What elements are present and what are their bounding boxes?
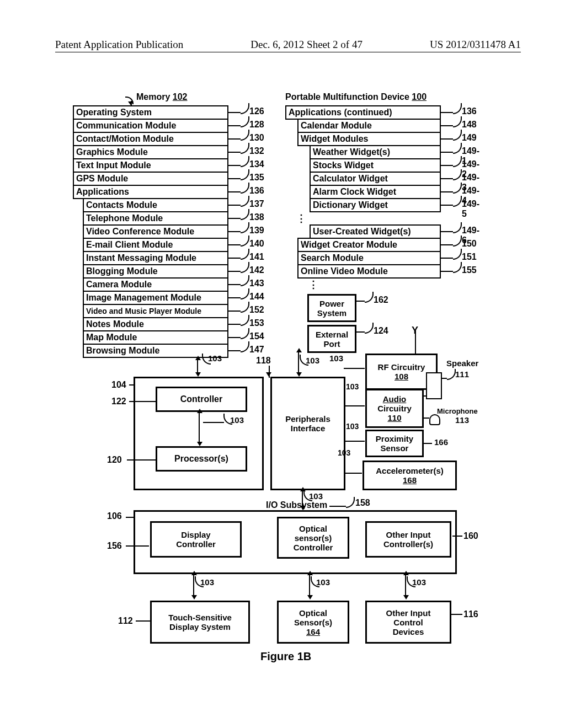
right-list-item: Search Module	[297, 251, 441, 265]
left-list-item: Contact/Motion Module	[73, 132, 228, 146]
mic-label: Microphone	[437, 407, 478, 415]
num-104: 104	[111, 380, 126, 390]
io-label: I/O Subsystem	[266, 500, 327, 510]
bus-io-2	[309, 575, 310, 595]
vdots-icon: ⋮	[296, 212, 305, 224]
left-list-num: 132	[249, 146, 264, 156]
left-list-num: 126	[249, 106, 264, 116]
power-system-block: Power System	[307, 294, 356, 322]
left-list-num: 130	[249, 133, 264, 143]
right-list-header: Applications (continued)	[285, 105, 441, 120]
left-list-item: Notes Module	[83, 317, 228, 331]
processor-block: Processor(s)	[156, 446, 247, 472]
device-label: Portable Multifunction Device 100	[285, 92, 427, 102]
leader-162	[355, 301, 365, 302]
audio-circuitry-block: Audio Circuitry 110	[365, 389, 424, 428]
antenna-icon: Y	[412, 325, 418, 336]
right-list-num: 150	[462, 239, 477, 249]
right-list-num: 148	[462, 120, 477, 130]
header-left: Patent Application Publication	[55, 39, 183, 51]
optical-ctrl-block: Optical sensor(s) Controller	[277, 517, 349, 559]
optical-sensor-block: Optical Sensor(s) 164	[277, 601, 349, 644]
num-122: 122	[111, 397, 126, 406]
right-list-item: Online Video Module	[297, 264, 441, 279]
accel-block: Accelerometer(s) 168	[363, 461, 457, 490]
left-list-num: 128	[249, 120, 264, 130]
left-list-num: 153	[249, 318, 264, 328]
num-156: 156	[107, 541, 122, 551]
other-input-ctrl-block: Other Input Controller(s)	[365, 521, 451, 558]
right-list-item: Alarm Clock Widget	[310, 185, 441, 199]
right-list-item: Dictionary Widget	[310, 198, 441, 212]
left-list-num: 143	[249, 279, 264, 288]
right-list-num: 149	[462, 133, 477, 143]
bus-103-d: 103	[329, 354, 343, 363]
num-111: 111	[455, 370, 469, 379]
bus-103-e: 103	[346, 382, 359, 391]
speaker-icon	[426, 372, 442, 399]
left-list-item: Map Module	[83, 330, 228, 345]
left-list-item: Operating System	[73, 105, 228, 120]
proximity-block: Proximity Sensor	[365, 430, 424, 457]
bus-io-1	[193, 575, 194, 595]
bus-periph-top	[298, 352, 299, 372]
num-166: 166	[434, 437, 448, 447]
left-list-num: 138	[249, 212, 264, 222]
bus-103-f: 103	[346, 422, 359, 431]
num-120: 120	[107, 455, 122, 465]
num-116: 116	[463, 609, 478, 619]
bus-mem	[197, 360, 198, 372]
header-mid: Dec. 6, 2012 Sheet 2 of 47	[250, 39, 363, 51]
num-158: 158	[355, 498, 370, 508]
display-ctrl-block: Display Controller	[150, 521, 242, 558]
periph-block: Peripherals Interface	[270, 377, 345, 490]
memory-curve	[125, 97, 134, 104]
left-list-item: Text Input Module	[73, 158, 228, 173]
left-list-item: Instant Messaging Module	[83, 251, 228, 265]
left-list-num: 147	[249, 345, 264, 355]
left-list-num: 144	[249, 292, 264, 302]
right-list-num: 151	[462, 252, 477, 262]
left-list-item: Graphics Module	[73, 145, 228, 159]
num-160: 160	[463, 531, 478, 541]
right-list-num: 149-5	[462, 199, 479, 219]
left-list-item: Video Conference Module	[83, 224, 228, 239]
right-list-item: Widget Creator Module	[297, 238, 441, 252]
left-list-num: 154	[249, 331, 264, 341]
leader-124	[355, 331, 365, 333]
other-input-dev-block: Other Input Control Devices	[365, 601, 451, 644]
left-list-item: Contacts Module	[83, 198, 228, 212]
right-list-num: 155	[462, 265, 477, 275]
right-list-item: Calculator Widget	[310, 172, 441, 186]
left-list-num: 142	[249, 265, 264, 275]
right-list-header-num: 136	[462, 106, 477, 116]
bus-io-3	[405, 575, 406, 595]
left-list-num: 152	[249, 305, 264, 315]
header-right: US 2012/0311478 A1	[430, 39, 521, 51]
num-162: 162	[374, 295, 388, 305]
curve-162	[365, 292, 374, 303]
vdots-icon: ⋮	[308, 279, 317, 291]
right-list-item: Stocks Widget	[310, 158, 441, 173]
num-118: 118	[256, 356, 271, 366]
right-list-item: Calendar Module	[297, 119, 441, 133]
left-list-num: 135	[249, 173, 264, 183]
left-list-num: 137	[249, 199, 264, 209]
microphone-icon	[429, 414, 440, 425]
right-list-item: User-Created Widget(s)	[310, 224, 441, 239]
leader-111	[441, 378, 447, 379]
left-list-item: Video and Music Player Module	[83, 304, 228, 318]
left-list-item: E-mail Client Module	[83, 238, 228, 252]
left-list-item: Telephone Module	[83, 211, 228, 226]
left-list-item: Applications	[73, 185, 228, 199]
num-113: 113	[455, 415, 469, 425]
right-list-item: Widget Modules	[297, 132, 441, 146]
num-124: 124	[374, 326, 388, 336]
num-106: 106	[107, 511, 122, 521]
left-list-item: GPS Module	[73, 172, 228, 186]
touch-display-block: Touch-Sensitive Display System	[150, 601, 250, 644]
left-list-num: 139	[249, 226, 264, 235]
left-list-num: 136	[249, 186, 264, 196]
curve-124	[365, 323, 374, 334]
right-list-item: Weather Widget(s)	[310, 145, 441, 159]
